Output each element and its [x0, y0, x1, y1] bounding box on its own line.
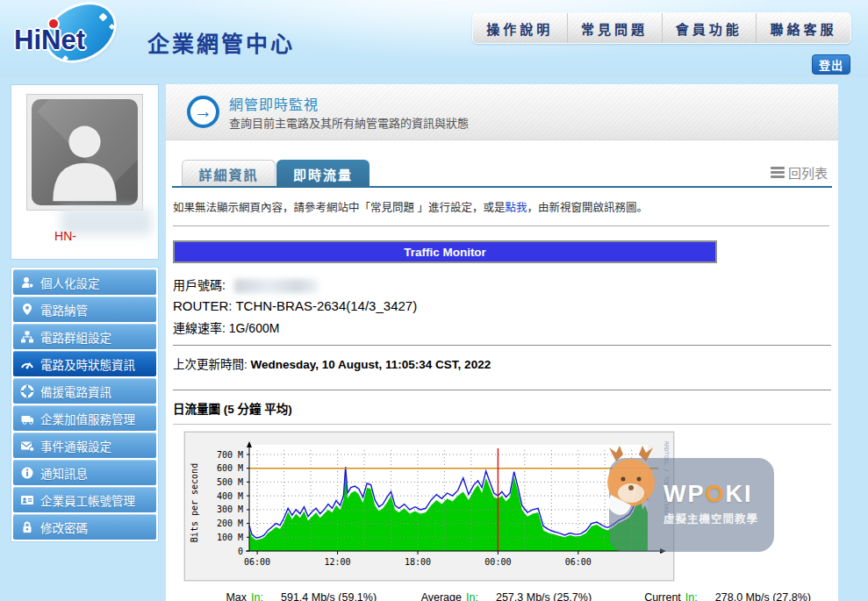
sitemap-icon [20, 330, 34, 344]
page-title: 網管即時監視 [229, 93, 319, 114]
sidebar-item-personalization[interactable]: 個人化設定 [13, 269, 156, 295]
circuit-info: 用戶號碼: ROUTER: TCHN-BRAS-2634(14/3_3427) … [173, 275, 838, 336]
mail-alert-icon [20, 439, 34, 453]
traffic-chart-section: 0100 M200 M300 M400 M500 M600 M700 M06:0… [166, 432, 838, 581]
fox-mascot-icon [597, 444, 671, 528]
app-header: HiNet 企業網管中心 操作說明 常見問題 會員功能 聯絡客服 登出 [0, 0, 868, 77]
tab-details[interactable]: 詳細資訊 [182, 160, 276, 188]
avatar [32, 99, 138, 205]
tab-bar: 詳細資訊 即時流量 回列表 [166, 140, 838, 188]
sidebar-item-circuit-status[interactable]: 電路及時狀態資訊 [13, 351, 156, 376]
avatar-frame [26, 94, 143, 211]
page: HiNet 企業網管中心 操作說明 常見問題 會員功能 聯絡客服 登出 HN- [0, 0, 868, 601]
last-updated-value: Wednesday, 10 August, 11:05:34 CST, 2022 [251, 358, 491, 371]
nav-member-functions[interactable]: 會員功能 [663, 13, 757, 43]
logout-button[interactable]: 登出 [812, 54, 850, 75]
svg-text:100 M: 100 M [217, 533, 243, 542]
main-content: → 網管即時監視 查詢目前主電路及其所有納管電路的資訊與狀態 詳細資訊 即時流量… [166, 84, 838, 601]
svg-text:600 M: 600 M [217, 463, 243, 473]
page-subtitle: 查詢目前主電路及其所有納管電路的資訊與狀態 [229, 114, 469, 131]
sidebar-item-employee-accounts[interactable]: 企業員工帳號管理 [13, 487, 156, 512]
divider [173, 390, 831, 390]
tab-realtime-traffic[interactable]: 即時流量 [276, 160, 369, 188]
svg-text:00:00: 00:00 [484, 557, 511, 567]
nav-contact-support[interactable]: 聯絡客服 [757, 13, 850, 43]
sidebar-item-circuit-groups[interactable]: 電路群組設定 [13, 324, 156, 349]
notice-text: 如果無法顯示網頁內容，請參考網站中「常見問題 」進行設定，或是點我，由新視窗開啟… [173, 198, 829, 226]
svg-text:18:00: 18:00 [405, 557, 431, 567]
nav-operation-guide[interactable]: 操作說明 [473, 13, 568, 43]
svg-text:700 M: 700 M [217, 450, 243, 460]
services-icon [20, 411, 34, 426]
id-card-icon [20, 493, 34, 507]
arrow-circle-icon: → [187, 96, 219, 128]
nav-faq[interactable]: 常見問題 [568, 13, 663, 43]
svg-text:12:00: 12:00 [325, 557, 351, 567]
top-navigation: 操作說明 常見問題 會員功能 聯絡客服 [472, 12, 851, 44]
watermark-tagline: 虛擬主機空間教學 [664, 510, 758, 526]
person-silhouette-icon [32, 108, 138, 205]
stats-row-in: MaxIn:591.4 Mb/s (59.1%) AverageIn:257.3… [197, 590, 838, 601]
section-header: → 網管即時監視 查詢目前主電路及其所有納管電路的資訊與狀態 [166, 84, 838, 140]
svg-text:200 M: 200 M [217, 519, 243, 528]
sidebar-item-circuit-management[interactable]: 電路納管 [13, 297, 156, 322]
logo-text: HiNet [14, 25, 85, 56]
sidebar-item-backup-circuits[interactable]: 備援電路資訊 [13, 378, 156, 404]
svg-text:06:00: 06:00 [244, 557, 270, 567]
svg-text:400 M: 400 M [217, 491, 243, 501]
tab-underline [172, 186, 832, 188]
sidebar-menu: 個人化設定 電路納管 電路群組設定 電路及時狀態資訊 備援電路資訊 企業加值服務… [11, 267, 159, 542]
map-pin-icon [20, 303, 34, 317]
back-to-list-link[interactable]: 回列表 [771, 163, 828, 182]
app-title: 企業網管中心 [147, 26, 295, 58]
traffic-monitor-banner: Traffic Monitor [173, 240, 717, 263]
graph-title: 日流量圖 (5 分鐘 平均) [173, 399, 838, 424]
wpoki-watermark: WPOKI 虛擬主機空間教學 [609, 458, 774, 552]
sidebar-item-notifications[interactable]: 通知訊息 [13, 460, 156, 485]
sidebar-item-event-notification[interactable]: 事件通報設定 [13, 433, 156, 458]
account-number-redacted [234, 279, 319, 293]
sidebar-item-value-added-services[interactable]: 企業加值服務管理 [13, 405, 156, 431]
hinet-logo[interactable]: HiNet [9, 5, 140, 68]
lock-icon [20, 520, 34, 534]
svg-text:Bits per second: Bits per second [190, 463, 199, 542]
account-number-row: 用戶號碼: [173, 275, 838, 293]
lifebuoy-icon [20, 384, 34, 398]
router-row: ROUTER: TCHN-BRAS-2634(14/3_3427) [173, 298, 838, 313]
account-id-prefix: HN- [54, 229, 76, 243]
last-updated-row: 上次更新時間: Wednesday, 10 August, 11:05:34 C… [173, 354, 838, 381]
person-gear-icon [20, 275, 34, 290]
svg-text:500 M: 500 M [217, 477, 243, 487]
logo-red-dot [49, 19, 58, 28]
sidebar-item-change-password[interactable]: 修改密碼 [13, 514, 156, 540]
svg-text:300 M: 300 M [217, 505, 243, 515]
open-traffic-popup-link[interactable]: 點我 [505, 202, 527, 214]
divider [173, 345, 831, 346]
svg-text:0: 0 [238, 547, 243, 556]
speed-row: 連線速率: 1G/600M [173, 318, 838, 336]
sidebar-profile-panel: HN- [11, 84, 159, 260]
traffic-stats: MaxIn:591.4 Mb/s (59.1%) AverageIn:257.3… [197, 590, 838, 601]
gauge-icon [20, 357, 34, 371]
info-icon [20, 466, 34, 480]
divider [173, 424, 831, 425]
list-icon [771, 165, 785, 180]
svg-text:06:00: 06:00 [565, 557, 592, 567]
watermark-brand: WPOKI [664, 481, 758, 508]
